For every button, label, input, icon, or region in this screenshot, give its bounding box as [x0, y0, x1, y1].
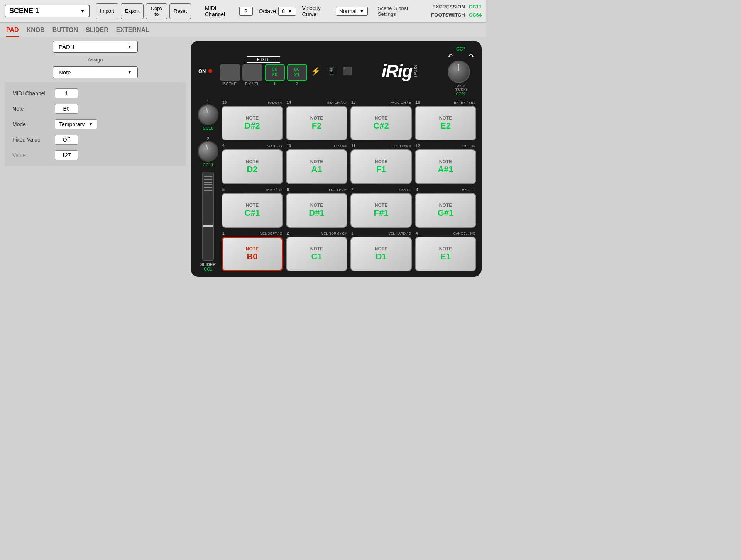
pad-cell-14: 14MIDI CH / A#NOTEF2	[286, 100, 347, 140]
copy-to-button[interactable]: Copy to	[146, 3, 167, 19]
velocity-curve-value: Normal	[339, 8, 357, 14]
cc7-label: CC7	[456, 46, 465, 52]
pad-button-2[interactable]: NOTEC1	[286, 237, 347, 271]
pad-note-10: A1	[311, 164, 322, 174]
export-button[interactable]: Export	[121, 3, 144, 19]
pad-num-8: 8	[416, 188, 418, 192]
mode-row: Mode Temporary ▼	[12, 119, 178, 129]
knob1-num: 1	[207, 100, 209, 104]
assign-label: Assign	[5, 57, 186, 63]
pad-num-14: 14	[287, 100, 291, 105]
note-assign-dropdown[interactable]: Note ▼	[53, 66, 138, 78]
octave-dropdown[interactable]: 0 ▼	[278, 7, 296, 16]
pad-note-14: F2	[312, 121, 322, 131]
pad-grid-area: 1 CC10 2 CC11	[196, 100, 476, 271]
velocity-area: Velocity Curve Normal ▼	[302, 5, 368, 17]
import-button[interactable]: Import	[96, 3, 118, 19]
pad-func-5: TEMP / D#	[265, 188, 282, 192]
pad-button-13[interactable]: NOTED#2	[222, 106, 283, 140]
pad-cell-6: 6TOGGLE / ENOTED#1	[286, 187, 347, 228]
pad-meta-12: 12OCT UP	[415, 144, 476, 149]
tab-slider[interactable]: SLIDER	[86, 27, 108, 37]
global-midi-channel-label: MIDI Channel	[205, 5, 236, 17]
pad-func-6: TOGGLE / E	[327, 188, 347, 192]
pad-button-16[interactable]: NOTEE2	[415, 106, 476, 140]
pad-func-12: OCT UP	[462, 144, 475, 148]
pad-func-3: VEL HARD / D	[388, 232, 411, 235]
on-indicator: ON	[198, 68, 212, 74]
value-label: Value	[12, 152, 51, 158]
pad-meta-11: 11OCT DOWN	[350, 144, 412, 149]
knob-circle[interactable]	[448, 61, 470, 83]
fix-vel-button[interactable]	[242, 64, 262, 81]
value-value[interactable]: 127	[55, 150, 78, 160]
pad-func-15: PROG CH / B	[389, 101, 411, 105]
pad-button-8[interactable]: NOTEG#1	[415, 193, 476, 228]
tab-knob[interactable]: KNOB	[27, 27, 45, 37]
pad-type-8: NOTE	[439, 203, 452, 208]
scene-button[interactable]	[220, 64, 240, 81]
pad-button-15[interactable]: NOTEC#2	[350, 106, 412, 140]
pad-func-13: PADS / A	[268, 101, 282, 105]
note-row: Note B0	[12, 104, 178, 114]
pad-meta-5: 5TEMP / D#	[222, 187, 283, 192]
pad-button-14[interactable]: NOTEF2	[286, 106, 347, 140]
pad-select-dropdown[interactable]: PAD 1 ▼	[53, 41, 138, 53]
pad-type-7: NOTE	[375, 203, 387, 208]
pad-button-4[interactable]: NOTEE1	[415, 237, 476, 271]
pad-cell-10: 10CC / G#NOTEA1	[286, 144, 347, 184]
slider-label: SLIDER	[200, 262, 216, 267]
pad-note-9: D2	[247, 164, 257, 174]
cc21-sub-label: 2	[296, 82, 298, 86]
pad-num-5: 5	[222, 188, 225, 192]
tab-pad[interactable]: PAD	[6, 27, 19, 37]
note-param-value[interactable]: B0	[55, 104, 78, 114]
pad-button-1[interactable]: NOTEB0	[222, 237, 283, 271]
slider-track[interactable]	[202, 172, 214, 261]
on-dot	[208, 69, 212, 73]
irig-logo: iRig PADS	[356, 61, 444, 81]
midi-channel-param-value[interactable]: 1	[55, 88, 78, 98]
mode-dropdown-icon: ▼	[88, 122, 93, 127]
pad-type-10: NOTE	[310, 159, 323, 164]
pad-note-5: C#1	[244, 208, 260, 218]
pad-type-9: NOTE	[246, 159, 259, 164]
knob2-unit: 2 CC11	[198, 137, 218, 167]
reset-button[interactable]: Reset	[169, 3, 191, 19]
pad-num-1: 1	[222, 231, 225, 235]
pad-type-4: NOTE	[439, 246, 452, 252]
pad-button-9[interactable]: NOTED2	[222, 149, 283, 184]
global-midi-channel-value[interactable]: 2	[239, 7, 253, 16]
pad-button-10[interactable]: NOTEA1	[286, 149, 347, 184]
fixed-value-value[interactable]: Off	[55, 135, 78, 145]
knob1[interactable]	[198, 104, 218, 125]
pad-button-12[interactable]: NOTEA#1	[415, 149, 476, 184]
cc21-button[interactable]: CC 21	[287, 64, 307, 81]
pad-note-15: C#2	[373, 121, 389, 131]
tab-external[interactable]: EXTERNAL	[116, 27, 149, 37]
slider-cc-label: CC1	[204, 267, 212, 271]
pad-note-11: F1	[376, 164, 386, 174]
pad-func-7: ABS / F	[399, 188, 411, 192]
mode-dropdown[interactable]: Temporary ▼	[55, 119, 97, 129]
pad-grid: 13PADS / ANOTED#214MIDI CH / A#NOTEF215P…	[222, 100, 476, 271]
velocity-curve-dropdown[interactable]: Normal ▼	[336, 7, 368, 16]
top-bar: SCENE 1 ▼ Import Export Copy to Reset MI…	[0, 0, 486, 23]
scene-select-dropdown[interactable]: SCENE 1 ▼	[5, 5, 90, 17]
mode-param-label: Mode	[12, 121, 51, 127]
pad-button-3[interactable]: NOTED1	[350, 237, 412, 271]
fixed-value-label: Fixed Value	[12, 137, 51, 143]
pad-num-12: 12	[416, 144, 420, 148]
tab-button[interactable]: BUTTON	[52, 27, 78, 37]
pad-button-5[interactable]: NOTEC#1	[222, 193, 283, 228]
knob2[interactable]	[198, 141, 218, 162]
pad-type-5: NOTE	[246, 203, 259, 208]
on-label: ON	[198, 68, 206, 74]
pad-func-4: CANCEL / NO	[453, 232, 475, 235]
pad-func-9: NOTE / G	[267, 144, 282, 148]
pad-button-6[interactable]: NOTED#1	[286, 193, 347, 228]
pad-type-1: NOTE	[246, 246, 259, 252]
pad-button-11[interactable]: NOTEF1	[350, 149, 412, 184]
cc20-button[interactable]: CC 20	[265, 64, 285, 81]
pad-button-7[interactable]: NOTEF#1	[350, 193, 412, 228]
